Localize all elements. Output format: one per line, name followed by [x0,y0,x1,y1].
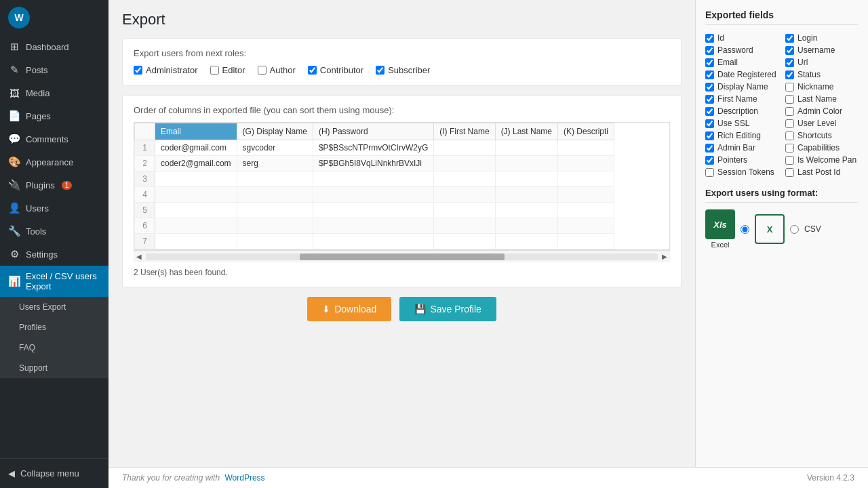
field-item-right[interactable]: Is Welcome Pan [785,155,859,165]
role-subscriber-checkbox[interactable] [376,66,384,75]
field-item-left[interactable]: Email [705,58,778,67]
field-checkbox[interactable] [705,34,714,43]
wordpress-link[interactable]: WordPress [224,473,264,483]
field-item-left[interactable]: First Name [705,94,778,104]
field-item-left[interactable]: Pointers [705,155,778,165]
field-checkbox[interactable] [705,46,714,55]
col-last-name-header[interactable]: (J) Last Name [495,123,557,140]
submenu-support[interactable]: Support [0,358,108,378]
save-profile-button[interactable]: 💾 Save Profile [399,297,496,321]
field-item-right[interactable]: Capabilities [785,143,859,152]
role-administrator-checkbox[interactable] [134,66,142,75]
col-display-name-header[interactable]: (G) Display Name [237,123,313,140]
sidebar-item-tools[interactable]: 🔧 Tools [0,220,108,243]
field-checkbox[interactable] [705,168,714,177]
sidebar-item-comments[interactable]: 💬 Comments [0,127,108,150]
field-checkbox[interactable] [705,70,714,79]
field-checkbox[interactable] [785,83,794,92]
sidebar-item-users[interactable]: 👤 Users [0,197,108,220]
field-label: Password [717,45,753,55]
field-item-left[interactable]: Date Registered [705,70,778,79]
field-checkbox[interactable] [785,131,794,140]
field-item-right[interactable]: Admin Color [785,106,859,116]
field-item-left[interactable]: Use SSL [705,119,778,128]
field-checkbox[interactable] [785,168,794,177]
data-table-wrapper[interactable]: Email (G) Display Name (H) Password (I) … [134,122,670,250]
field-checkbox[interactable] [785,156,794,165]
field-checkbox[interactable] [785,95,794,104]
collapse-menu-button[interactable]: ◀ Collapse menu [8,464,100,483]
scroll-track[interactable] [146,253,658,260]
field-item-left[interactable]: Rich Editing [705,131,778,140]
download-button[interactable]: ⬇ Download [307,297,391,321]
field-item-right[interactable]: Nickname [785,82,859,92]
submenu-users-export[interactable]: Users Export [0,297,108,317]
field-item-left[interactable]: Session Tokens [705,167,778,177]
submenu-faq[interactable]: FAQ [0,338,108,358]
col-description-header[interactable]: (K) Descripti [557,123,614,140]
field-checkbox[interactable] [705,156,714,165]
cell-description [557,218,614,234]
field-item-left[interactable]: Password [705,45,778,55]
excel-radio[interactable] [741,225,749,234]
field-checkbox[interactable] [785,144,794,152]
field-checkbox[interactable] [705,58,714,67]
field-checkbox[interactable] [705,107,714,116]
field-checkbox[interactable] [705,131,714,140]
field-checkbox[interactable] [705,144,714,152]
field-item-right[interactable]: Status [785,70,859,79]
field-checkbox[interactable] [705,119,714,128]
sidebar-item-excel-csv[interactable]: 📊 Excel / CSV users Export [0,266,108,297]
sidebar-item-dashboard[interactable]: ⊞ Dashboard [0,35,108,58]
format-csv-option[interactable]: X [755,214,785,244]
field-checkbox[interactable] [785,119,794,128]
cell-password [313,203,433,218]
field-item-right[interactable]: Username [785,45,859,55]
col-first-name-header[interactable]: (I) First Name [434,123,495,140]
role-subscriber-label: Subscriber [388,65,430,75]
col-password-header[interactable]: (H) Password [313,123,433,140]
field-item-right[interactable]: Shortcuts [785,131,859,140]
field-item-right[interactable]: Login [785,33,859,43]
role-author[interactable]: Author [258,65,296,75]
role-author-checkbox[interactable] [258,66,267,75]
role-contributor-checkbox[interactable] [308,66,317,75]
site-logo[interactable]: W [0,0,108,35]
role-subscriber[interactable]: Subscriber [376,65,430,75]
submenu-profiles[interactable]: Profiles [0,317,108,338]
field-checkbox[interactable] [785,70,794,79]
field-checkbox[interactable] [785,46,794,55]
role-contributor[interactable]: Contributor [308,65,363,75]
role-editor[interactable]: Editor [210,65,245,75]
field-item-right[interactable]: Last Name [785,94,859,104]
field-checkbox[interactable] [785,107,794,116]
field-item-left[interactable]: Admin Bar [705,143,778,152]
csv-radio[interactable] [790,225,799,234]
sidebar: W ⊞ Dashboard ✎ Posts 🖼 Media 📄 Pages 💬 … [0,0,108,488]
field-checkbox[interactable] [785,58,794,67]
field-item-right[interactable]: Url [785,58,859,67]
sidebar-item-appearance[interactable]: 🎨 Appearance [0,150,108,174]
field-item-left[interactable]: Id [705,33,778,43]
table-row: 4 [135,187,614,203]
field-checkbox[interactable] [785,34,794,43]
col-email-header[interactable]: Email [155,123,237,140]
role-administrator[interactable]: Administrator [134,65,198,75]
field-checkbox[interactable] [705,83,714,92]
scroll-left-arrow[interactable]: ◀ [136,253,142,260]
role-editor-checkbox[interactable] [210,66,219,75]
field-item-left[interactable]: Display Name [705,82,778,92]
format-excel-option[interactable]: Xls Excel [705,209,735,249]
sidebar-item-media[interactable]: 🖼 Media [0,81,108,104]
sidebar-item-pages[interactable]: 📄 Pages [0,104,108,127]
field-item-left[interactable]: Description [705,106,778,116]
table-scrollbar[interactable]: ◀ ▶ [134,250,670,262]
scroll-right-arrow[interactable]: ▶ [662,253,667,260]
sidebar-item-plugins[interactable]: 🔌 Plugins 1 [0,174,108,197]
sidebar-item-posts[interactable]: ✎ Posts [0,58,108,81]
field-item-right[interactable]: Last Post Id [785,167,859,177]
field-checkbox[interactable] [705,95,714,104]
sidebar-item-settings[interactable]: ⚙ Settings [0,243,108,266]
sidebar-item-label: Posts [26,65,48,75]
field-item-right[interactable]: User Level [785,119,859,128]
